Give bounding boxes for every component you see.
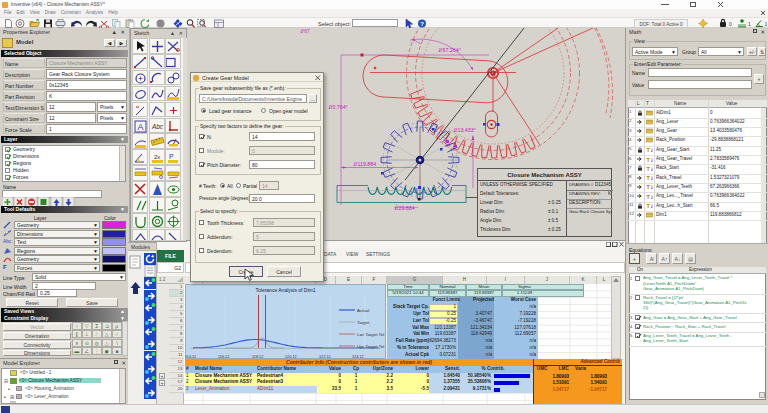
svg-text:Abc: Abc (150, 123, 163, 130)
svg-text:1: 1 (765, 21, 768, 27)
svg-text:P: P (169, 153, 174, 160)
svg-text:?: ? (420, 21, 424, 27)
svg-text:⇵67: ⇵67 (300, 28, 310, 34)
svg-text:A: A (137, 122, 143, 132)
svg-text:⇵0.764°: ⇵0.764° (328, 104, 348, 110)
svg-text:0: 0 (729, 21, 732, 27)
svg-text:T: T (647, 166, 651, 172)
svg-text:Target: Target (357, 320, 370, 325)
svg-text:Actual: Actual (357, 308, 369, 313)
svg-text:1: 1 (748, 21, 751, 27)
svg-text:⇵67.264°: ⇵67.264° (438, 47, 461, 53)
svg-text:⇵13.433°: ⇵13.433° (453, 127, 476, 133)
svg-text:T: T (647, 157, 651, 163)
svg-text:T: T (647, 203, 651, 209)
svg-text:T: T (647, 184, 651, 190)
svg-text:2x: 2x (154, 154, 160, 160)
svg-text:T: T (647, 175, 651, 181)
svg-text:⇵119.884: ⇵119.884 (353, 161, 376, 167)
svg-text:T: T (647, 194, 651, 200)
svg-text:T: T (647, 147, 651, 153)
svg-text:⇵29.884: ⇵29.884 (394, 205, 415, 211)
